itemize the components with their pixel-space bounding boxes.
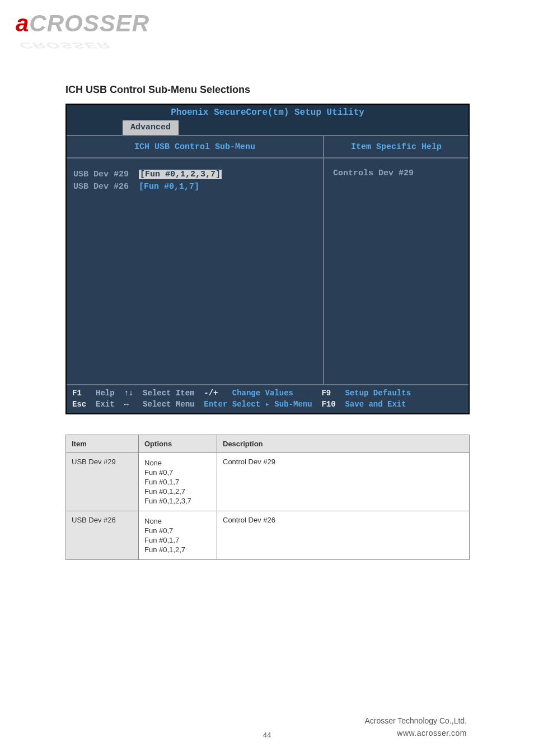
bios-footer: F1 Help ↑↓ Select Item -/+ Change Values…	[67, 384, 469, 412]
col-options: Options	[139, 435, 217, 453]
desc-usb29: Control Dev #29	[217, 453, 470, 511]
section-title: ICH USB Control Sub-Menu Selections	[65, 84, 250, 96]
bios-left-content: USB Dev #29 [Fun #0,1,2,3,7] USB Dev #26…	[67, 158, 323, 203]
footer-company: Acrosser Technology Co.,Ltd.	[364, 715, 467, 727]
bios-left-header: ICH USB Control Sub-Menu	[67, 136, 323, 158]
logo-rest: CROSSER	[29, 10, 149, 36]
options-table: Item Options Description USB Dev #29 Non…	[65, 435, 470, 560]
options-usb26: None Fun #0,7 Fun #0,1,7 Fun #0,1,2,7	[139, 511, 217, 560]
bios-right-pane: Item Specific Help Controls Dev #29	[324, 136, 469, 384]
bios-help-text: Controls Dev #29	[324, 158, 469, 188]
logo: aCROSSER	[16, 10, 149, 37]
item-usb26: USB Dev #26	[66, 511, 139, 560]
bios-body: ICH USB Control Sub-Menu USB Dev #29 [Fu…	[67, 135, 469, 384]
bios-title: Phoenix SecureCore(tm) Setup Utility	[67, 105, 469, 120]
table-row: USB Dev #29 None Fun #0,7 Fun #0,1,7 Fun…	[66, 453, 470, 511]
options-usb29: None Fun #0,7 Fun #0,1,7 Fun #0,1,2,7 Fu…	[139, 453, 217, 511]
bios-left-pane: ICH USB Control Sub-Menu USB Dev #29 [Fu…	[67, 136, 324, 384]
footer-site: www.acrosser.com	[364, 727, 467, 739]
bios-row-usb26[interactable]: USB Dev #26 [Fun #0,1,7]	[73, 181, 316, 193]
bios-screenshot: Phoenix SecureCore(tm) Setup Utility Adv…	[65, 104, 470, 414]
bios-row-usb29[interactable]: USB Dev #29 [Fun #0,1,2,3,7]	[73, 169, 316, 181]
desc-usb26: Control Dev #26	[217, 511, 470, 560]
logo-reflection: CROSSER	[18, 41, 112, 50]
bios-tabbar: Advanced	[67, 120, 469, 135]
col-item: Item	[66, 435, 139, 453]
table-row: USB Dev #26 None Fun #0,7 Fun #0,1,7 Fun…	[66, 511, 470, 560]
table-header-row: Item Options Description	[66, 435, 470, 453]
col-description: Description	[217, 435, 470, 453]
bios-right-header: Item Specific Help	[324, 136, 469, 158]
item-usb29: USB Dev #29	[66, 453, 139, 511]
logo-a: a	[16, 10, 29, 36]
page-footer: Acrosser Technology Co.,Ltd. www.acrosse…	[364, 715, 467, 739]
page-number: 44	[263, 731, 271, 739]
bios-tab-advanced[interactable]: Advanced	[123, 120, 179, 135]
